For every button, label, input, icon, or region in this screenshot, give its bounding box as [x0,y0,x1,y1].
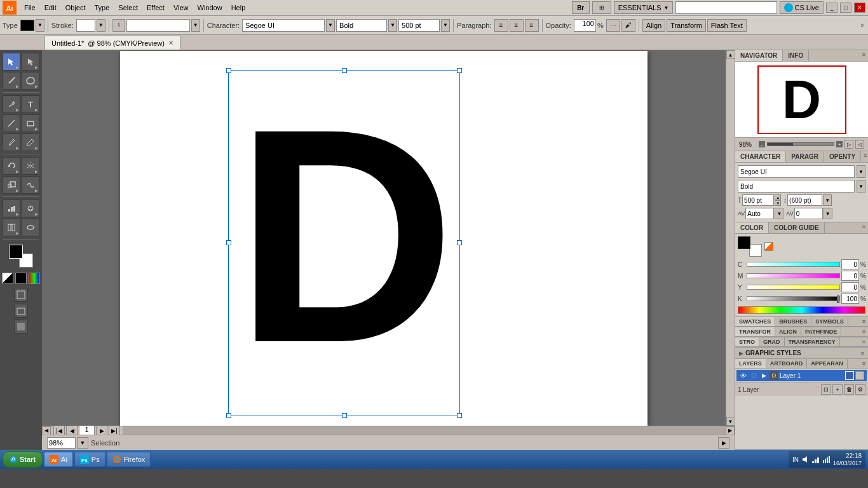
handle-middle-left[interactable] [226,240,231,245]
navigator-panel-menu[interactable]: ≡ [860,50,868,61]
color-icon[interactable] [15,273,27,284]
scroll-h-track[interactable] [123,426,726,435]
layer-color-indicator[interactable] [845,371,854,380]
pencil-tool[interactable]: ▶ [22,133,39,151]
graphic-styles-menu[interactable]: ≡ [861,350,864,356]
zoom-out-icon[interactable]: – [759,141,765,147]
color-spectrum-swatch[interactable] [764,242,773,251]
zoom-input[interactable]: 98% [47,437,76,449]
rotate-tool[interactable]: ▶ [3,157,20,175]
paintbrush-tool[interactable]: ▶ [3,133,20,151]
workspace-dropdown[interactable]: ESSENTIALS ▼ [614,1,674,14]
leading-arrow[interactable]: ▼ [823,194,832,206]
tab-opentype[interactable]: OPENTY [824,151,861,162]
char-leading-input[interactable]: (600 pt) [787,194,822,206]
delete-layer-button[interactable]: 🗑 [844,384,854,395]
menu-view[interactable]: View [170,3,193,13]
cyan-slider[interactable] [747,262,840,267]
stroke-value-dropdown[interactable] [76,19,95,32]
navigator-right-arrow[interactable]: ▷ [844,140,853,149]
font-size-arrow[interactable]: ▼ [441,19,450,32]
zoom-slider[interactable] [767,142,834,146]
view-options-button[interactable]: ⊞ [592,1,611,14]
direct-selection-tool[interactable]: ▶ [22,53,39,71]
fill-color-swatch[interactable] [20,20,34,31]
handle-bottom-right[interactable] [457,413,462,418]
stroke-panel-menu[interactable]: ≡ [860,337,868,346]
maximize-button[interactable]: □ [840,3,851,13]
layer-expand-button[interactable]: ▶ [759,371,768,380]
swatches-panel-menu[interactable]: ≡ [860,317,868,326]
color-fill-swatch[interactable] [738,236,750,249]
magenta-input[interactable]: 0 [841,271,859,281]
layers-settings-button[interactable]: ⚙ [855,384,865,395]
char-font-size-input[interactable]: 500 pt [742,194,774,206]
tab-paragraph[interactable]: PARAGR [786,151,824,162]
align-left-button[interactable]: ≡ [494,19,508,32]
add-layer-button[interactable]: + [832,384,843,395]
tab-align[interactable]: ALIGN [775,327,801,336]
cyan-input[interactable]: 0 [841,259,859,269]
tab-stroke[interactable]: STRO [735,337,759,346]
full-screen-no-bar-button[interactable] [14,320,28,334]
document-tab[interactable]: Untitled-1* @ 98% (CMYK/Preview) ✕ [44,36,180,50]
kerning-arrow[interactable]: ▼ [824,208,832,219]
lasso-tool[interactable]: ▶ [22,72,39,90]
opacity-value[interactable]: 100 [574,19,596,32]
gradient-icon[interactable] [29,273,40,284]
font-family-arrow[interactable]: ▼ [326,19,335,32]
none-color-icon[interactable] [2,273,13,284]
variable-width-icon[interactable]: ⌇ [112,19,125,32]
close-button[interactable]: ✕ [854,3,865,13]
full-screen-button[interactable] [14,304,28,318]
menu-object[interactable]: Object [62,3,90,13]
bridge-button[interactable]: Br [572,1,590,14]
yellow-input[interactable]: 0 [841,282,859,292]
font-style-arrow[interactable]: ▼ [388,19,397,32]
char-kerning-input[interactable]: 0 [794,208,823,219]
char-font-style-dropdown[interactable]: Bold [738,180,855,193]
make-clip-button[interactable]: ⊡ [821,384,831,395]
transform-button[interactable]: Transform [667,19,706,32]
scroll-up-button[interactable]: ▲ [726,50,735,59]
tab-brushes[interactable]: BRUSHES [775,317,811,326]
flash-text-button[interactable]: Flash Text [707,19,747,32]
tab-character[interactable]: CHARACTER [735,151,786,162]
warp-tool[interactable]: ▶ [22,176,39,194]
tab-pathfinder[interactable]: PATHFINDE [801,327,841,336]
search-input[interactable] [675,1,777,14]
canvas-area[interactable]: D [42,50,726,426]
ellipse-tool[interactable] [22,219,39,236]
layer-visibility-button[interactable]: 👁 [739,371,748,380]
type-tool[interactable]: T ▶ [22,95,39,113]
font-family-dropdown[interactable]: Segoe UI [242,19,325,32]
tracking-arrow[interactable]: ▼ [775,208,783,219]
transform-panel-menu[interactable]: ≡ [860,327,868,336]
black-slider-handle[interactable] [837,295,839,303]
tab-transform[interactable]: TRANSFOR [735,327,775,336]
font-size-down[interactable]: ▼ [775,200,781,206]
navigator-left-arrow[interactable]: ◁ [855,140,864,149]
char-font-family-dropdown[interactable]: Segoe UI [738,165,855,178]
tab-swatches[interactable]: SWATCHES [735,317,775,326]
taskbar-app-illustrator[interactable]: Ai Ai [44,452,73,467]
tab-gradient[interactable]: GRAD [759,337,785,346]
handle-top-right[interactable] [457,68,462,73]
handle-bottom-middle[interactable] [342,413,347,418]
fill-dropdown-arrow[interactable]: ▼ [36,19,44,32]
magic-wand-tool[interactable]: ▶ [3,72,20,90]
align-right-button[interactable]: ≡ [525,19,539,32]
pen-tool[interactable]: ▶ [3,95,20,113]
menu-window[interactable]: Window [194,3,226,13]
graphic-styles-header[interactable]: ▶ GRAPHIC STYLES ≡ [735,348,868,358]
minimize-button[interactable]: _ [826,3,837,13]
handle-top-left[interactable] [226,68,231,73]
reflect-tool[interactable]: ▶ [22,157,39,175]
menu-file[interactable]: File [20,3,39,13]
color-stroke-swatch[interactable] [749,244,762,257]
layers-panel-menu[interactable]: ≡ [860,359,868,368]
tab-navigator[interactable]: NAVIGATOR [735,50,783,61]
brush-button[interactable]: 🖌 [621,19,635,32]
layer-options-button[interactable] [855,371,864,380]
color-spectrum-bar[interactable] [738,306,865,314]
